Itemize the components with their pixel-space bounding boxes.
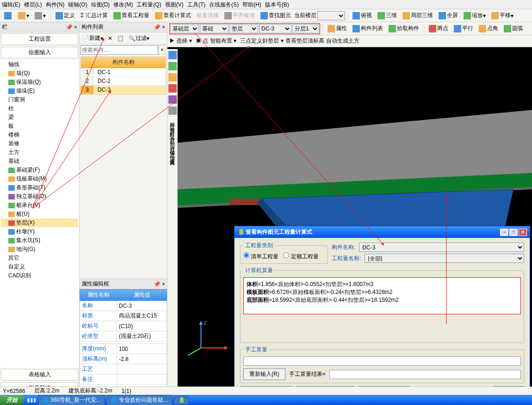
tree-earth[interactable]: 土方 [1,148,78,157]
comp-list-button[interactable]: 构件列表 [350,23,385,34]
comp-row-2[interactable]: 2DC-2 [81,77,166,86]
qty-name-select[interactable]: [全部] [365,254,524,263]
batch-select-button[interactable]: 批量选择 [194,10,221,21]
side-icon-1[interactable] [168,51,177,59]
menu-component[interactable]: 构件(N) [46,1,65,8]
side-offset[interactable]: 偏移 [169,145,176,147]
prop-row-process[interactable]: 工艺 [80,364,167,374]
side-align[interactable]: 对齐 [169,141,176,143]
view-cushion-top-button[interactable]: 查看垫层顶标高 [285,37,324,45]
prop-row-top-elev[interactable]: 顶标高(m)-2.8 [80,354,167,364]
tree-insul-wall[interactable]: 保温墙(Q) [1,78,78,87]
reinput-button[interactable]: 重新输入(R) [243,368,285,380]
tree-foundation[interactable]: 基础 [1,157,78,166]
redo-icon[interactable]: ▾ [32,11,48,21]
tree-sump[interactable]: 集水坑(S) [1,236,78,245]
copy-component-button[interactable]: 📋 [115,34,126,43]
view-formula-button[interactable]: 查看计算式 [153,10,193,21]
prop-row-name[interactable]: 名称DC-3 [80,301,167,311]
define-button[interactable]: 定义 [53,10,77,21]
prop-row-thickness[interactable]: 厚度(mm)100 [80,344,167,354]
manual-result-input[interactable] [329,370,521,379]
table-input-section[interactable]: 表格输入 [1,369,78,380]
manual-input[interactable] [243,356,521,366]
tree-found-beam[interactable]: 基础梁(F) [1,166,78,174]
three-d-button[interactable]: 三维 [375,10,399,21]
task-item-1[interactable]: 🌐 360导航_新一代安... [38,395,105,405]
menu-tool[interactable]: 工具(T) [187,1,205,8]
save-icon[interactable] [2,11,15,21]
undo-icon[interactable]: ▾ [16,11,31,21]
new-component-button[interactable]: 📄 新建 ▾ [80,33,105,43]
radio-list-qty[interactable]: 清单工程量 [243,253,278,260]
dialog-close-icon[interactable]: ✕ [519,229,527,236]
pan-button[interactable]: 平移 ▾ [489,10,516,21]
menu-modify[interactable]: 修改(M) [113,1,133,8]
prop-pin-icon[interactable]: 📌 × [154,281,165,287]
top-view-button[interactable]: 俯视 [350,10,374,21]
sum-calc-button[interactable]: Σ 汇总计算 [78,10,110,21]
tree-cad[interactable]: CAD识别 [1,271,78,280]
drawing-input-section[interactable]: 绘图输入 [1,47,78,58]
prop-row-concrete-type[interactable]: 砼类型(混凝土20石) [80,331,167,342]
side-split[interactable]: 分割 [169,136,176,138]
side-icon-2[interactable] [168,62,177,70]
tree-slab[interactable]: 板 [1,122,78,131]
point-button[interactable]: ▣ 点 [196,37,208,45]
menu-floor[interactable]: 楼层(L) [24,1,42,8]
delete-component-button[interactable]: ✕ [106,34,114,43]
tree-finish[interactable]: 装修 [1,139,78,148]
dialog-min-icon[interactable]: – [500,229,508,236]
task-item-2[interactable]: 🌐 专业造价问题答疑... [107,395,172,405]
side-icon-3[interactable] [168,73,177,81]
tree-custom[interactable]: 自定义 [1,262,78,271]
tree-axis[interactable]: 轴线 [1,60,78,69]
tree-trench[interactable]: 地沟(G) [1,245,78,254]
menu-view[interactable]: 视图(V) [165,1,184,8]
tree-wall-pier[interactable]: 墙垛(E) [1,87,78,95]
parallel-button[interactable]: 平行 [452,23,476,34]
zoom-button[interactable]: 缩放 ▾ [461,10,488,21]
dialog-titlebar[interactable]: 📗 查看构件图元工程量计算式 – □ ✕ [235,226,530,238]
tree-other[interactable]: 其它 [1,254,78,262]
tree-column-pier[interactable]: 柱墩(Y) [1,227,78,236]
full-screen-button[interactable]: 全屏 [436,10,460,21]
tree-pile[interactable]: 桩(U) [1,210,78,218]
menu-quantity[interactable]: 工程量(Q) [136,1,161,8]
tree-raft[interactable]: 筏板基础(M) [1,174,78,183]
side-trim[interactable]: 修剪 [169,122,176,124]
comp-row-1[interactable]: 1DC-1 [81,68,166,77]
prop-row-material[interactable]: 材质商品混凝土C15 [80,311,167,321]
side-break[interactable]: 打断 [169,127,176,129]
side-icon-4[interactable] [168,84,177,93]
tree-door-window[interactable]: 门窗洞 [1,95,78,104]
flat-top-button[interactable]: 平齐板顶 [222,10,257,21]
prop-row-concrete-grade[interactable]: 砼标号(C10) [80,321,167,331]
tree-strip-found[interactable]: 条形基础(T) [1,183,78,192]
dialog-max-icon[interactable]: □ [509,229,518,236]
menu-online[interactable]: 在线服务(S) [209,1,239,8]
auto-earth-button[interactable]: 自动生成土方 [326,37,359,45]
smart-layout-button[interactable]: 智能布置 ▾ [210,37,236,45]
side-extend[interactable]: 延伸 [169,118,176,119]
local-3d-button[interactable]: 局部三维 [400,10,435,21]
arc-button[interactable]: 圆弧 [501,23,526,34]
tree-wall[interactable]: 墙(Q) [1,69,78,78]
pt-angle-button[interactable]: 点角 [476,23,501,34]
menu-draw[interactable]: 绘图(D) [91,1,110,8]
floor-select[interactable] [317,11,345,20]
three-pt-button[interactable]: 三点定义斜垫层 ▾ [240,37,283,45]
project-settings-section[interactable]: 工程设置 [1,33,78,45]
radio-quota-qty[interactable]: 定额工程量 [283,253,318,260]
side-stretch[interactable]: 拉伸 [169,150,176,152]
side-icon-5[interactable] [168,95,177,104]
two-pt-button[interactable]: 两点 [427,23,451,34]
tree-column[interactable]: 柱 [1,104,78,113]
search-clear-icon[interactable]: × [158,45,166,55]
comp-pin-icon[interactable]: 📌 × [154,24,165,31]
start-button[interactable]: 开始 [0,395,24,405]
pick-button[interactable]: 拾取构件 [386,23,421,34]
comp-name-select[interactable]: DC-3 [359,243,524,252]
split-select[interactable]: 分层1 [292,24,319,33]
menu-edit[interactable]: 编辑(E) [2,1,20,8]
